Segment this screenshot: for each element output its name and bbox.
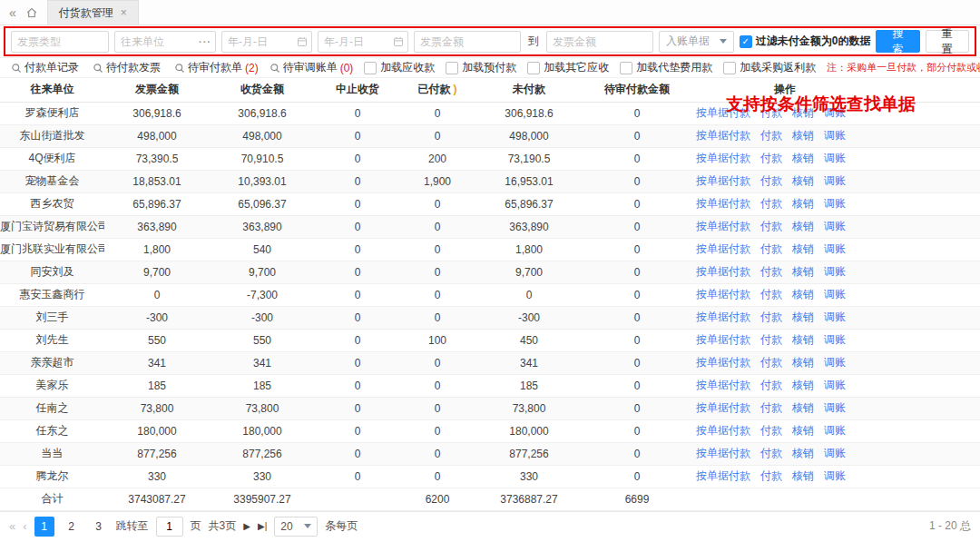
page-2-button[interactable]: 2 [62,517,82,537]
action-write-off-link[interactable]: 核销 [792,129,814,142]
payment-record-link[interactable]: 付款单记录 [11,60,82,75]
page-1-button[interactable]: 1 [34,517,54,537]
action-adjust-link[interactable]: 调账 [824,152,846,164]
action-pay-by-doc-link[interactable]: 按单据付款 [696,265,750,278]
action-adjust-link[interactable]: 调账 [824,174,846,187]
action-write-off-link[interactable]: 核销 [792,197,814,210]
entry-doc-select[interactable]: 入账单据 [659,31,734,53]
amount-from-input[interactable] [414,31,521,53]
action-adjust-link[interactable]: 调账 [824,447,846,459]
page-3-button[interactable]: 3 [89,517,109,537]
action-adjust-link[interactable]: 调账 [824,129,846,142]
col-header-counterparty[interactable]: 往来单位 [0,78,104,102]
calendar-icon[interactable] [297,36,308,47]
reset-button[interactable]: 重置 [926,30,969,53]
action-write-off-link[interactable]: 核销 [792,424,814,437]
action-write-off-link[interactable]: 核销 [792,333,814,346]
checkbox-checked-icon[interactable]: ✓ [740,35,752,48]
checkbox-icon[interactable] [723,62,736,74]
action-pay-by-doc-link[interactable]: 按单据付款 [696,333,750,346]
action-pay-by-doc-link[interactable]: 按单据付款 [696,242,750,255]
load-receivables-checkbox[interactable]: 加载应收款 [364,60,435,75]
action-pay-link[interactable]: 付款 [760,401,782,414]
action-write-off-link[interactable]: 核销 [792,401,814,414]
action-adjust-link[interactable]: 调账 [824,401,846,414]
tab-payment-management[interactable]: 付货款管理 × [47,0,139,25]
action-adjust-link[interactable]: 调账 [824,106,846,119]
action-write-off-link[interactable]: 核销 [792,469,814,482]
action-pay-by-doc-link[interactable]: 按单据付款 [696,469,750,482]
collapse-sidebar-icon[interactable]: « [9,5,16,20]
action-adjust-link[interactable]: 调账 [824,220,846,232]
action-adjust-link[interactable]: 调账 [824,265,846,278]
action-pay-by-doc-link[interactable]: 按单据付款 [696,356,750,369]
action-pay-link[interactable]: 付款 [760,333,782,346]
load-prepayment-checkbox[interactable]: 加载预付款 [446,60,516,75]
action-pay-by-doc-link[interactable]: 按单据付款 [696,129,750,142]
checkbox-icon[interactable] [620,62,632,74]
action-adjust-link[interactable]: 调账 [824,288,846,301]
action-pay-by-doc-link[interactable]: 按单据付款 [696,197,750,210]
load-advance-fee-checkbox[interactable]: 加载代垫费用款 [620,60,712,75]
action-pay-by-doc-link[interactable]: 按单据付款 [696,424,750,437]
action-write-off-link[interactable]: 核销 [792,265,814,278]
action-write-off-link[interactable]: 核销 [792,288,814,301]
calendar-icon[interactable] [393,36,404,47]
action-pay-by-doc-link[interactable]: 按单据付款 [696,152,750,164]
action-write-off-link[interactable]: 核销 [792,152,814,164]
col-header-invoice-amount[interactable]: 发票金额 [104,78,210,102]
tab-close-icon[interactable]: × [121,6,127,19]
action-adjust-link[interactable]: 调账 [824,379,846,391]
action-write-off-link[interactable]: 核销 [792,106,814,119]
checkbox-icon[interactable] [527,62,540,74]
action-pay-by-doc-link[interactable]: 按单据付款 [696,310,750,323]
action-pay-by-doc-link[interactable]: 按单据付款 [696,220,750,232]
action-adjust-link[interactable]: 调账 [824,197,846,210]
action-pay-link[interactable]: 付款 [760,356,782,369]
action-write-off-link[interactable]: 核销 [792,220,814,232]
action-adjust-link[interactable]: 调账 [824,356,846,369]
action-write-off-link[interactable]: 核销 [792,174,814,187]
action-adjust-link[interactable]: 调账 [824,469,846,482]
action-write-off-link[interactable]: 核销 [792,310,814,323]
jump-page-input[interactable] [156,517,183,537]
filter-zero-checkbox[interactable]: ✓ 过滤未付金额为0的数据 [740,34,871,49]
action-write-off-link[interactable]: 核销 [792,356,814,369]
action-pay-link[interactable]: 付款 [760,379,782,391]
action-pay-link[interactable]: 付款 [760,152,782,164]
pending-approval-payment-link[interactable]: 待审付款单 (2) [174,60,259,75]
col-header-stopped-receipt[interactable]: 中止收货 [315,78,400,102]
action-pay-by-doc-link[interactable]: 按单据付款 [696,447,750,459]
action-pay-link[interactable]: 付款 [760,129,782,142]
checkbox-icon[interactable] [364,62,377,74]
action-pay-link[interactable]: 付款 [760,469,782,482]
pending-payment-invoice-link[interactable]: 待付款发票 [93,60,163,75]
col-header-unpaid[interactable]: 未付款 [475,78,583,102]
last-page-icon[interactable]: ▶| [258,521,267,531]
action-write-off-link[interactable]: 核销 [792,242,814,255]
action-pay-link[interactable]: 付款 [760,310,782,323]
checkbox-icon[interactable] [446,62,458,74]
amount-to-input[interactable] [546,31,653,53]
action-pay-link[interactable]: 付款 [760,220,782,232]
col-header-paid[interactable]: 已付款) [400,78,475,102]
next-page-icon[interactable]: ▶ [243,521,250,531]
prev-page-icon[interactable]: ‹ [23,519,26,533]
action-pay-link[interactable]: 付款 [760,447,782,459]
filter-active-icon[interactable]: ) [454,83,457,95]
action-pay-link[interactable]: 付款 [760,106,782,119]
action-pay-link[interactable]: 付款 [760,242,782,255]
action-pay-link[interactable]: 付款 [760,174,782,187]
action-pay-link[interactable]: 付款 [760,265,782,278]
action-pay-by-doc-link[interactable]: 按单据付款 [696,174,750,187]
search-button[interactable]: 搜索 [876,30,919,53]
action-pay-link[interactable]: 付款 [760,197,782,210]
home-icon[interactable] [25,6,38,19]
action-pay-link[interactable]: 付款 [760,288,782,301]
action-write-off-link[interactable]: 核销 [792,447,814,459]
action-adjust-link[interactable]: 调账 [824,333,846,346]
action-pay-link[interactable]: 付款 [760,424,782,437]
action-adjust-link[interactable]: 调账 [824,242,846,255]
action-pay-by-doc-link[interactable]: 按单据付款 [696,379,750,391]
load-purchase-rebate-checkbox[interactable]: 加载采购返利款 [723,60,816,75]
